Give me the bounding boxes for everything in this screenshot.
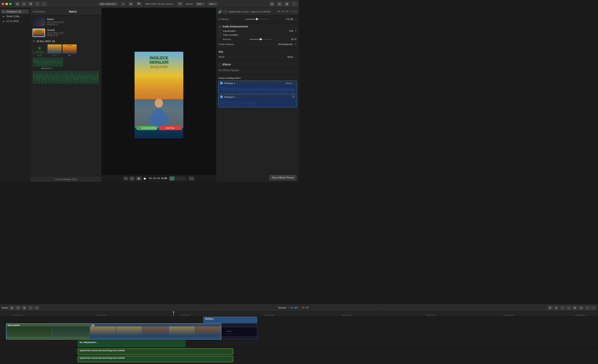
channel-1-name: Dialogue-1	[224, 82, 235, 84]
search-button[interactable]: 🔍	[136, 2, 142, 6]
transform-btn[interactable]: ◉	[136, 176, 141, 181]
clip-dur-sunset: 00:00:17:25	[47, 34, 99, 37]
svg-rect-159	[220, 85, 295, 93]
layout-icon[interactable]: ⊠	[284, 1, 290, 7]
svg-rect-282	[220, 99, 295, 106]
maximize-button[interactable]	[9, 3, 12, 5]
thumb-item-s1[interactable]: S...h	[33, 44, 47, 57]
volume-label: Volume	[221, 18, 246, 20]
check-icon[interactable]: ✓	[34, 1, 40, 7]
split-icon[interactable]: ⊟	[277, 1, 282, 7]
thumb-item-audio[interactable]: upbeat-funk-commercia...ve	[33, 57, 63, 69]
timecode-display: 00:00:00 9:10	[149, 177, 167, 180]
date-group-arrow[interactable]: ▼	[33, 40, 35, 43]
clip-select-btn[interactable]: ✂	[129, 176, 135, 181]
sidebar-item-smart-colle[interactable]: ▶ Smart Colle...	[1, 14, 29, 19]
sidebar-item-date[interactable]: ▶ 12.11.2024	[1, 19, 29, 24]
clip-thumb-matrix	[33, 18, 45, 26]
inspector-title: upbeat-funk-comme...ising-music-253434	[228, 10, 276, 13]
camera-icon[interactable]: 🎬	[177, 2, 183, 6]
insp-time-end: 11:13	[290, 10, 297, 13]
info-icon[interactable]: i	[224, 10, 227, 13]
amount-slider[interactable]	[249, 39, 272, 40]
thumb-label-s2: S...1	[53, 54, 57, 57]
library-icon[interactable]: ⊞	[15, 1, 20, 7]
analyze-icon[interactable]: ⟳	[295, 43, 297, 45]
thumb-img-s2	[48, 44, 62, 54]
browser-footer: 1 of 16 selected, 25:11	[30, 176, 101, 182]
preview-controls: □ ✂ ◉ ▶ 00:00:00 9:10 ⛶	[102, 175, 216, 182]
date-header-19nov[interactable]: ▼ 19 Nov 2024 (5)	[31, 38, 100, 44]
hide-rejected-button[interactable]: Hide Rejected ▾	[98, 2, 118, 6]
minimize-button[interactable]	[5, 3, 8, 5]
effects-checkbox[interactable]	[219, 63, 221, 66]
amount-row: Amount 50 %	[216, 37, 299, 42]
thumb-label-audio: upbeat-funk-commercia...ve	[41, 67, 55, 69]
thumb-item-qa[interactable]: İNGİLİZCE QA	[63, 44, 77, 57]
sidebar-item-instagram[interactable]: ▶ Instagram 20...	[1, 9, 29, 14]
thumb-label-qa: QA	[68, 54, 71, 57]
channel-2-checkbox[interactable]: ✓	[220, 96, 223, 98]
audio-enhancements-header[interactable]: Audio Enhancements	[216, 24, 299, 29]
svg-rect-2	[35, 51, 44, 53]
main-layout: ▶ Instagram 20... ▶ Smart Colle... ▶ 12.…	[0, 8, 299, 182]
channel-1-expand[interactable]: ⌄	[236, 82, 238, 84]
mini-timeline	[169, 176, 186, 181]
channel-1-type-arrow[interactable]: ⌄	[293, 82, 295, 84]
volume-expand-icon[interactable]: ›	[295, 17, 297, 21]
browser-footer-text: 1 of 16 selected, 25:11	[54, 178, 77, 181]
clip-name-sunset: Sunset	[47, 29, 99, 32]
thumb-img-s1	[33, 44, 47, 54]
equalization-row: Equalization Flat ⊕	[216, 29, 299, 33]
audio-channel-2-header: ✓ Dialogue-1 ⌄ 2	[220, 96, 295, 98]
thumb-item-s2[interactable]: S...1	[48, 44, 62, 57]
equalization-checkbox[interactable]	[219, 30, 221, 32]
voice-isolation-label: Voice Isolation	[223, 34, 238, 36]
volume-icon	[219, 18, 220, 20]
pan-mode-row: Mode None ⌄	[216, 54, 299, 59]
volume-section: Volume 0.0 dB ›	[216, 15, 299, 23]
pan-dropdown-arrow[interactable]: ⌄	[295, 56, 297, 58]
clip-info-matrix: Matrix 19.11.2024, 01:47 00:00:25:11	[47, 18, 99, 26]
clip-list: Matrix 19.11.2024, 01:47 00:00:25:11 İNG…	[30, 15, 101, 176]
play-button[interactable]: ▶	[144, 176, 146, 180]
grid-view-button[interactable]: ⊞	[128, 2, 133, 6]
view-button[interactable]: View ▾	[208, 2, 218, 6]
channel-1-checkbox[interactable]: ✓	[220, 82, 223, 84]
zoom-button[interactable]: 46% ▾	[195, 2, 205, 6]
download-icon[interactable]: ↓	[41, 1, 47, 7]
audio-config-section: Audio Configuration ✓ Dialogue-1 ⌄ Stere…	[216, 75, 299, 113]
channel-2-expand[interactable]: ⌄	[236, 96, 238, 98]
equalization-label: Equalization	[223, 30, 236, 32]
clip-item-matrix[interactable]: Matrix 19.11.2024, 01:47 00:00:25:11	[31, 16, 100, 27]
media-icon[interactable]: ⊙	[21, 1, 27, 7]
thumb-label-s1: S...h	[38, 54, 42, 57]
voice-isolation-checkbox[interactable]	[219, 33, 221, 36]
preview-phone-btn: 📞 +1-201-742-9743	[136, 126, 158, 130]
audio-enhancements-section: Audio Enhancements Equalization Flat ⊕ V…	[216, 23, 299, 48]
preview-panel: İNGİLİZCE DERSLERİ BAŞLIYOR	[102, 8, 216, 182]
fullscreen-btn[interactable]: ⛶	[189, 177, 194, 180]
close-button[interactable]	[2, 3, 4, 5]
audio-analysis-label: Audio Analysis	[219, 43, 244, 45]
eq-dropdown-arrow[interactable]: ⊕	[295, 30, 297, 32]
key-icon[interactable]: ⌘	[28, 1, 34, 7]
channel-2-name: Dialogue-1	[224, 96, 235, 98]
list-view-button[interactable]: ≡	[121, 2, 126, 6]
grid-layout-icon[interactable]: ⊞	[269, 1, 275, 7]
export-icon[interactable]: ↑	[291, 1, 297, 7]
save-effects-preset-button[interactable]: Save Effects Preset	[269, 175, 297, 180]
preview-kayit-text: KAYIT OL	[166, 127, 175, 129]
audio-config-label: Audio Configuration	[216, 76, 299, 80]
sidebar-item-smart-label: Smart Colle...	[6, 15, 21, 18]
date-group-label: 19 Nov 2024	[36, 40, 51, 43]
audio-enhancements-title: Audio Enhancements	[222, 25, 248, 28]
preview-kayit-btn: KAYIT OL	[159, 126, 182, 130]
sidebar-item-date-label: 12.11.2024	[6, 20, 19, 23]
clip-date-matrix: 19.11.2024, 01:47	[47, 21, 99, 24]
effects-title: Effects	[223, 63, 231, 66]
volume-slider[interactable]	[245, 19, 268, 19]
save-effects-row: Save Effects Preset	[216, 108, 299, 112]
clip-item-sunset[interactable]: İNGİLİZCEDERSLERİ Sunset 19.11.2024, 01:…	[31, 27, 100, 38]
skimmer-btn[interactable]: □	[123, 177, 128, 180]
